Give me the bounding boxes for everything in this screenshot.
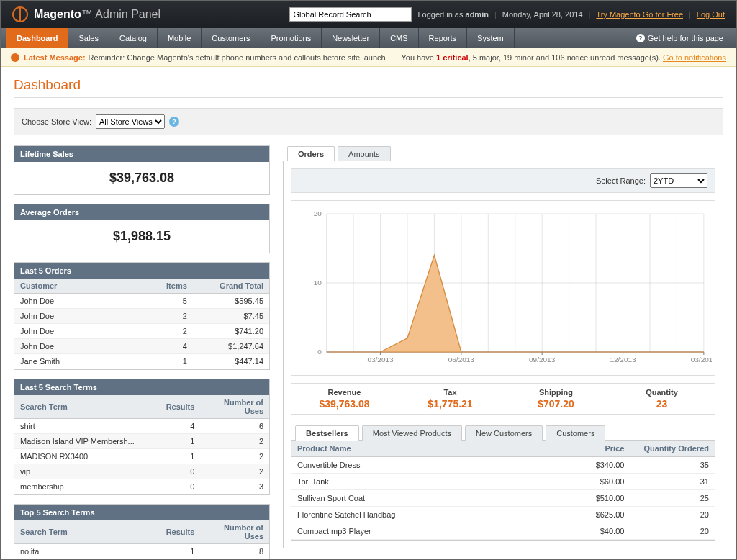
message-bar: Latest Message: Reminder: Change Magento… (1, 48, 736, 67)
summary-quantity: Quantity 23 (609, 388, 715, 410)
latest-message-label: Latest Message: (24, 53, 86, 62)
table-row[interactable]: nolita18 (14, 544, 269, 559)
last5-orders-table: Customer Items Grand Total John Doe5$595… (14, 279, 269, 369)
table-row[interactable]: Compact mp3 Player$40.0020 (291, 523, 715, 540)
help-icon: ? (636, 34, 645, 42)
nav-newsletter[interactable]: Newsletter (322, 28, 380, 48)
logged-in-label: Logged in as admin (417, 10, 488, 19)
nav-system[interactable]: System (467, 28, 515, 48)
col-term[interactable]: Search Term (14, 395, 155, 419)
nav-help[interactable]: ? Get help for this page (629, 28, 731, 48)
average-orders-title: Average Orders (14, 204, 269, 220)
nav-cms[interactable]: CMS (380, 28, 418, 48)
summary-revenue: Revenue $39,763.08 (291, 388, 397, 410)
average-orders-box: Average Orders $1,988.15 (14, 204, 270, 253)
col-results[interactable]: Results (155, 395, 201, 419)
tab-new-customers[interactable]: New Customers (465, 425, 543, 441)
main-nav: Dashboard Sales Catalog Mobile Customers… (1, 28, 736, 48)
table-row[interactable]: John Doe4$1,247.64 (14, 339, 269, 354)
col-grand-total[interactable]: Grand Total (193, 279, 269, 294)
top5-search-title: Top 5 Search Terms (14, 505, 269, 520)
store-view-bar: Choose Store View: All Store Views ? (14, 108, 723, 135)
col-results[interactable]: Results (155, 520, 201, 544)
nav-customers[interactable]: Customers (202, 28, 261, 48)
summary-shipping: Shipping $707.20 (503, 388, 609, 410)
help-tooltip-icon[interactable]: ? (169, 117, 179, 127)
last5-search-title: Last 5 Search Terms (14, 379, 269, 395)
nav-mobile[interactable]: Mobile (158, 28, 202, 48)
tab-most-viewed[interactable]: Most Viewed Products (362, 425, 462, 441)
nav-dashboard[interactable]: Dashboard (6, 28, 68, 48)
last5-search-table: Search Term Results Number of Uses shirt… (14, 395, 269, 494)
store-view-select[interactable]: All Store Views (96, 114, 165, 129)
table-row[interactable]: John Doe2$7.45 (14, 309, 269, 324)
col-customer[interactable]: Customer (14, 279, 155, 294)
tab-customers[interactable]: Customers (546, 425, 605, 441)
col-qty-ordered[interactable]: Quantity Ordered (630, 441, 715, 457)
nav-sales[interactable]: Sales (68, 28, 109, 48)
orders-chart: 0102003/201306/201309/201312/201303/2014 (291, 200, 715, 376)
products-tabs: Bestsellers Most Viewed Products New Cus… (291, 425, 715, 441)
bestsellers-table: Product Name Price Quantity Ordered Conv… (291, 441, 715, 540)
lifetime-sales-title: Lifetime Sales (14, 146, 269, 162)
nav-promotions[interactable]: Promotions (261, 28, 322, 48)
last5-orders-title: Last 5 Orders (14, 263, 269, 279)
nav-catalog[interactable]: Catalog (109, 28, 158, 48)
page-title: Dashboard (14, 77, 723, 98)
summary-tax: Tax $1,775.21 (397, 388, 503, 410)
current-date: Monday, April 28, 2014 (502, 10, 583, 19)
table-row[interactable]: Sullivan Sport Coat$510.0025 (291, 490, 715, 507)
global-search-input[interactable] (289, 7, 412, 22)
app-title: Magento™ Admin Panel (34, 8, 160, 21)
summary-row: Revenue $39,763.08 Tax $1,775.21 Shippin… (291, 383, 715, 415)
logout-link[interactable]: Log Out (697, 10, 725, 19)
col-product-name[interactable]: Product Name (291, 441, 546, 457)
col-items[interactable]: Items (155, 279, 193, 294)
notifications-link[interactable]: Go to notifications (663, 53, 726, 62)
tab-amounts[interactable]: Amounts (338, 146, 390, 161)
lifetime-sales-box: Lifetime Sales $39,763.08 (14, 145, 270, 195)
table-row[interactable]: vip02 (14, 464, 269, 479)
orders-tabs: Orders Amounts (283, 145, 723, 161)
top5-search-table: Search Term Results Number of Uses nolit… (14, 520, 269, 560)
svg-text:03/2014: 03/2014 (691, 356, 712, 363)
last5-orders-box: Last 5 Orders Customer Items Grand Total… (14, 262, 270, 370)
alert-icon (11, 53, 19, 62)
magento-logo-icon (12, 6, 28, 22)
nav-reports[interactable]: Reports (419, 28, 468, 48)
range-label: Select Range: (596, 176, 646, 185)
last5-search-box: Last 5 Search Terms Search Term Results … (14, 379, 270, 495)
col-price[interactable]: Price (546, 441, 630, 457)
range-select[interactable]: 2YTD (650, 173, 707, 188)
col-term[interactable]: Search Term (14, 520, 155, 544)
table-row[interactable]: Tori Tank$60.0031 (291, 474, 715, 490)
svg-text:10: 10 (314, 279, 322, 286)
app-header: Magento™ Admin Panel Logged in as admin … (1, 1, 736, 28)
table-row[interactable]: John Doe5$595.45 (14, 294, 269, 309)
table-row[interactable]: Jane Smith1$447.14 (14, 354, 269, 369)
table-row[interactable]: Madison Island VIP Membersh...12 (14, 434, 269, 449)
svg-text:09/2013: 09/2013 (529, 356, 555, 363)
table-row[interactable]: shirt46 (14, 419, 269, 434)
store-view-label: Choose Store View: (22, 117, 91, 126)
top5-search-box: Top 5 Search Terms Search Term Results N… (14, 504, 270, 560)
orders-panel: Select Range: 2YTD 0102003/201306/201309… (283, 161, 723, 548)
table-row[interactable]: John Doe2$741.20 (14, 324, 269, 339)
latest-message-text: Reminder: Change Magento's default phone… (89, 53, 386, 62)
try-go-link[interactable]: Try Magento Go for Free (596, 10, 683, 19)
table-row[interactable]: Florentine Satchel Handbag$625.0020 (291, 507, 715, 523)
svg-text:0: 0 (317, 348, 322, 356)
col-uses[interactable]: Number of Uses (200, 520, 269, 544)
svg-text:03/2013: 03/2013 (367, 356, 393, 363)
table-row[interactable]: MADISON RX340012 (14, 449, 269, 464)
svg-text:06/2013: 06/2013 (448, 356, 474, 363)
tab-bestsellers[interactable]: Bestsellers (295, 425, 359, 441)
lifetime-sales-value: $39,763.08 (14, 162, 269, 194)
table-row[interactable]: Convertible Dress$340.0035 (291, 457, 715, 474)
table-row[interactable]: membership03 (14, 479, 269, 494)
average-orders-value: $1,988.15 (14, 220, 269, 253)
svg-text:20: 20 (314, 210, 322, 217)
range-bar: Select Range: 2YTD (291, 168, 715, 193)
col-uses[interactable]: Number of Uses (200, 395, 269, 419)
tab-orders[interactable]: Orders (287, 146, 335, 161)
